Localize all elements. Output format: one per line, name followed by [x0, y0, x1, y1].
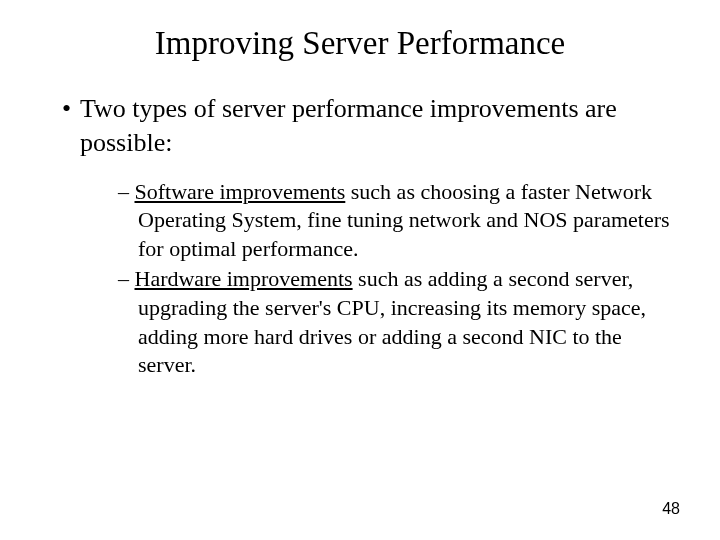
sub-item-software: – Software improvements such as choosing…: [50, 178, 670, 264]
sub-item-hardware: – Hardware improvements such as adding a…: [50, 265, 670, 379]
bullet-item-main: •Two types of server performance improve…: [50, 92, 670, 160]
underlined-term: Hardware improvements: [135, 266, 353, 291]
bullet-text: Two types of server performance improvem…: [80, 94, 617, 157]
page-number: 48: [662, 500, 680, 518]
bullet-marker: •: [62, 92, 80, 126]
dash-marker: –: [118, 266, 129, 291]
underlined-term: Software improvements: [135, 179, 346, 204]
dash-marker: –: [118, 179, 129, 204]
slide-title: Improving Server Performance: [50, 25, 670, 62]
